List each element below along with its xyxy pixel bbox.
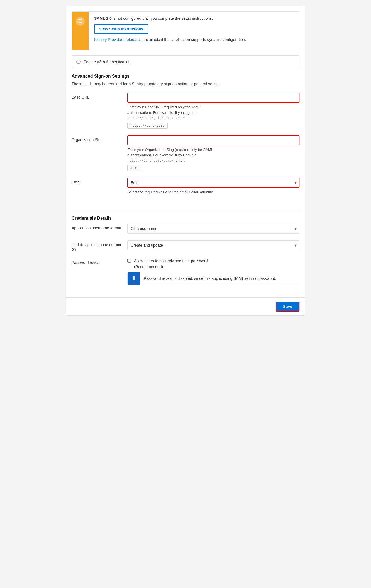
email-select-wrapper: Email Login Username ▾	[127, 178, 299, 188]
base-url-input[interactable]	[127, 93, 299, 103]
saml-banner-left: ☰	[72, 12, 89, 50]
email-hint: Select the required value for the email …	[127, 189, 299, 195]
password-reveal-label: Password reveal	[72, 258, 127, 265]
password-reveal-text: Allow users to securely see their passwo…	[134, 259, 208, 263]
org-slug-input[interactable]	[127, 135, 299, 145]
saml-version: SAML 2.0	[94, 16, 112, 21]
base-url-hint-code: https://sentry.io/acme/	[127, 116, 174, 120]
base-url-hint: Enter your Base URL (required only for S…	[127, 104, 299, 121]
update-username-select[interactable]: Create and update Create only	[127, 240, 299, 250]
update-username-field: Create and update Create only ▾	[127, 240, 299, 250]
saml-banner-message: SAML 2.0 is not configured until you com…	[94, 16, 294, 21]
password-reveal-checkbox-row: Allow users to securely see their passwo…	[127, 258, 299, 270]
base-url-label: Base URL	[72, 93, 127, 99]
app-username-format-row: Application username format Okta usernam…	[72, 224, 299, 234]
app-username-format-select[interactable]: Okta username Email Custom	[127, 224, 299, 234]
advanced-section-title: Advanced Sign-on Settings	[72, 74, 299, 79]
saml-banner: ☰ SAML 2.0 is not configured until you c…	[72, 11, 299, 50]
saml-icon: ☰	[76, 17, 85, 26]
advanced-sign-on-section: Advanced Sign-on Settings These fields m…	[66, 74, 305, 207]
saml-banner-content: SAML 2.0 is not configured until you com…	[89, 12, 299, 50]
secure-web-auth-option[interactable]: Secure Web Authentication	[72, 55, 299, 68]
org-slug-field: Enter your Organization Slug (required o…	[127, 135, 299, 171]
credentials-section: Credentials Details Application username…	[66, 216, 305, 297]
identity-provider-text: Identity Provider metadata is available …	[94, 37, 294, 42]
credentials-section-title: Credentials Details	[72, 216, 299, 221]
identity-provider-suffix: is available if this application support…	[140, 37, 246, 42]
password-reveal-info-box: ℹ Password reveal is disabled, since thi…	[127, 272, 299, 285]
org-slug-hint-code: https://sentry.io/acme/	[127, 159, 174, 163]
base-url-field: Enter your Base URL (required only for S…	[127, 93, 299, 129]
update-username-select-wrapper: Create and update Create only ▾	[127, 240, 299, 250]
radio-secure-web-auth[interactable]	[76, 60, 81, 64]
identity-provider-link[interactable]: Identity Provider metadata	[94, 37, 140, 42]
app-username-format-field: Okta username Email Custom ▾	[127, 224, 299, 234]
password-reveal-checkbox-label: Allow users to securely see their passwo…	[134, 258, 208, 270]
base-url-hint1: Enter your Base URL (required only for S…	[127, 105, 201, 109]
org-slug-label: Organization Slug	[72, 135, 127, 142]
password-reveal-field: Allow users to securely see their passwo…	[127, 258, 299, 285]
org-slug-example: acme	[127, 165, 141, 171]
base-url-example: https://sentry.io	[127, 122, 168, 129]
org-slug-row: Organization Slug Enter your Organizatio…	[72, 135, 299, 171]
org-slug-hint: Enter your Organization Slug (required o…	[127, 147, 299, 163]
password-reveal-recommended: (Recommended)	[134, 264, 163, 269]
saml-banner-suffix: is not configured until you complete the…	[112, 16, 213, 21]
advanced-section-desc: These fields may be required for a Sentr…	[72, 82, 299, 86]
email-select[interactable]: Email Login Username	[127, 178, 299, 188]
update-username-label: Update application username on	[72, 240, 127, 251]
app-username-format-label: Application username format	[72, 224, 127, 230]
view-setup-instructions-button[interactable]: View Setup Instructions	[94, 24, 148, 34]
org-slug-hint1: Enter your Organization Slug (required o…	[127, 148, 213, 152]
email-field: Email Login Username ▾ Select the requir…	[127, 178, 299, 195]
password-reveal-checkbox[interactable]	[127, 259, 131, 263]
secure-web-auth-label: Secure Web Authentication	[84, 60, 131, 64]
org-slug-hint2: authentication). For example, if you log…	[127, 153, 197, 157]
update-username-row: Update application username on Create an…	[72, 240, 299, 251]
password-reveal-row: Password reveal Allow users to securely …	[72, 258, 299, 285]
info-icon: ℹ	[128, 272, 140, 285]
email-row: Email Email Login Username ▾ Select the …	[72, 178, 299, 195]
info-box-text: Password reveal is disabled, since this …	[140, 272, 280, 285]
email-label: Email	[72, 178, 127, 184]
footer-bar: Save	[66, 297, 305, 315]
save-button[interactable]: Save	[276, 302, 299, 312]
app-username-format-select-wrapper: Okta username Email Custom ▾	[127, 224, 299, 234]
org-slug-hint3: , enter:	[174, 158, 185, 163]
base-url-hint2: authentication). For example, if you log…	[127, 111, 197, 115]
page-container: ☰ SAML 2.0 is not configured until you c…	[66, 6, 305, 316]
base-url-row: Base URL Enter your Base URL (required o…	[72, 93, 299, 129]
section-divider	[72, 210, 299, 210]
base-url-hint3: , enter:	[174, 116, 185, 120]
